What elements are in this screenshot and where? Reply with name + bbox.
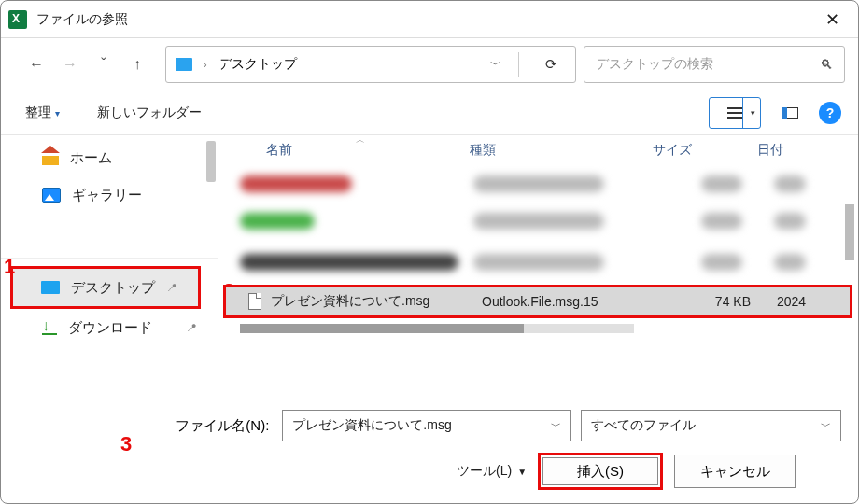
sidebar-item-home[interactable]: ホーム [1,139,218,176]
file-type-filter[interactable]: すべてのファイル ﹀ [581,410,841,441]
nav-history-button[interactable]: ˇ [91,49,117,79]
tools-dropdown[interactable]: ツール(L) ▼ [457,463,527,480]
breadcrumb-segment[interactable]: デスクトップ [218,56,297,73]
file-date: 2024 [777,294,806,309]
download-icon [42,320,57,335]
breadcrumb[interactable]: › デスクトップ ﹀ ⟳ [165,46,576,83]
filename-label: ファイル名(N): [18,417,273,435]
caret-down-icon: ▾ [751,108,755,118]
refresh-button[interactable]: ⟳ [536,56,566,73]
close-button[interactable]: ✕ [813,5,851,35]
search-placeholder: デスクトップの検索 [596,56,713,73]
col-date[interactable]: 日付 [757,142,783,159]
pin-icon: 📍︎ [186,321,197,334]
desktop-icon [41,281,60,294]
file-size: 74 KB [678,294,777,309]
sidebar-item-desktop[interactable]: デスクトップ 📍︎ [13,269,198,306]
filelist-scrollbar[interactable] [845,204,854,260]
sort-asc-icon: ︿ [356,133,365,147]
col-name[interactable]: 名前 [266,142,470,159]
list-view-icon [727,112,742,114]
horizontal-scrollbar[interactable] [240,324,634,333]
file-type: Outlook.File.msg.15 [482,294,678,309]
sidebar-item-label: ギャラリー [72,187,142,204]
help-button[interactable]: ? [819,102,841,124]
file-name: プレゼン資料について.msg [271,293,482,310]
sidebar-item-label: ホーム [70,149,112,167]
search-icon: 🔍︎ [820,57,833,72]
col-type[interactable]: 種類 [470,142,653,159]
organize-button[interactable]: 整理 ▾ [18,105,67,121]
nav-back-button[interactable]: ← [23,49,49,79]
app-icon [8,10,27,29]
file-icon [248,293,261,310]
pin-icon: 📍︎ [166,281,177,294]
sidebar-item-label: デスクトップ [71,279,155,297]
cancel-button[interactable]: キャンセル [674,455,796,488]
blurred-file-row[interactable] [218,240,858,285]
insert-button[interactable]: 挿入(S) [542,457,658,485]
chevron-down-icon[interactable]: ﹀ [490,57,501,73]
search-input[interactable]: デスクトップの検索 🔍︎ [584,46,845,83]
view-mode-button[interactable]: ▾ [709,97,761,129]
sidebar-scrollbar[interactable] [206,141,216,182]
chevron-down-icon[interactable]: ﹀ [821,419,831,433]
sidebar-item-label: ダウンロード [68,319,152,337]
nav-forward-button[interactable]: → [57,49,83,79]
chevron-right-icon: › [200,59,211,70]
blurred-file-row[interactable] [218,165,858,203]
preview-pane-button[interactable] [774,99,806,127]
caret-down-icon: ▼ [517,467,527,477]
annotation-3: 3 [120,432,132,456]
column-headers[interactable]: 名前 種類 サイズ 日付 [218,135,858,165]
gallery-icon [42,188,61,203]
file-row-selected[interactable]: プレゼン資料について.msg Outlook.File.msg.15 74 KB… [226,287,850,315]
annotation-1: 1 [4,255,15,279]
blurred-file-row[interactable] [218,203,858,240]
dialog-title: ファイルの参照 [36,11,813,28]
caret-down-icon: ▾ [55,108,60,119]
home-icon [42,150,59,165]
chevron-down-icon[interactable]: ﹀ [551,419,561,433]
sidebar-item-gallery[interactable]: ギャラリー [1,176,218,214]
folder-icon [176,58,192,71]
nav-up-button[interactable]: ↑ [124,49,150,79]
sidebar-item-downloads[interactable]: ダウンロード 📍︎ [1,309,218,346]
filename-input[interactable]: プレゼン資料について.msg ﹀ [282,410,570,441]
col-size[interactable]: サイズ [653,142,757,159]
new-folder-button[interactable]: 新しいフォルダー [90,105,209,121]
